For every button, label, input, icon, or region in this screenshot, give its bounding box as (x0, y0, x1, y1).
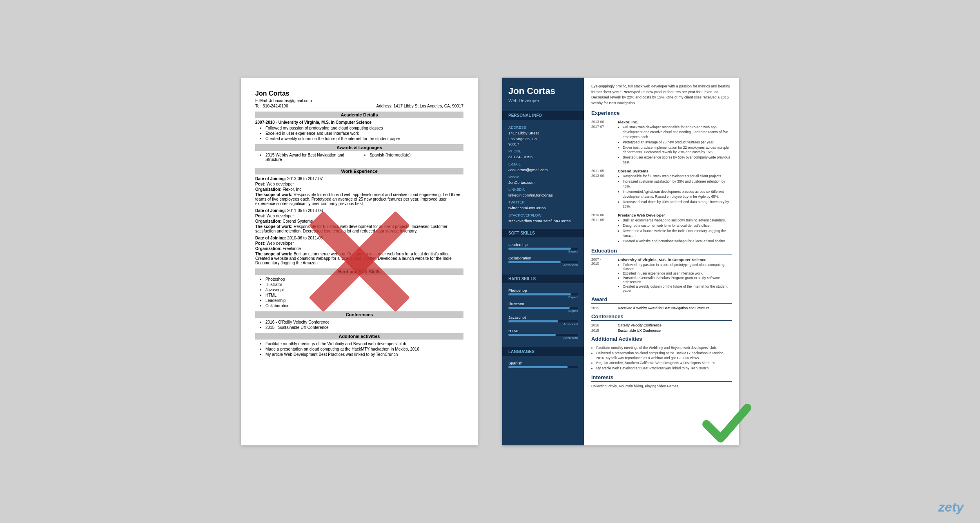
javascript-level: Advanced (508, 322, 578, 326)
awards-header: Awards & Languages (255, 144, 463, 151)
javascript-name: Javascript (508, 315, 578, 320)
job1-date: Date of Joining: 2013-06 to 2017-07 (255, 177, 463, 181)
page-container: Jon Cortas E-Mail: Johncortas@gmail.com … (0, 0, 980, 523)
skill-6: Collaboration (265, 304, 463, 308)
conferences-right-header: Conferences (591, 313, 732, 321)
phone-value: 310-242-0196 (508, 154, 578, 159)
soft-skills-header: Soft Skills (502, 229, 584, 237)
photoshop-name: Photoshop (508, 288, 578, 293)
linkedin-value: linkedin.com/in/JonCortas (508, 192, 578, 198)
activities-list: Facilitate monthly meetings of the Webfi… (255, 342, 463, 357)
edu1-details: University of Virginia, M.S. in Computer… (618, 257, 732, 293)
html-level: Advanced (508, 336, 578, 340)
skill-4: HTML (265, 293, 463, 297)
skill-collaboration-level: Advanced (508, 263, 578, 267)
skills-header: Hard and Soft Skills (255, 268, 463, 275)
exp3-bullets: Built an ecommerce webapp to sell potty … (618, 218, 732, 244)
exp-item-3: 2010-06 -2011-05 Freelance Web Developer… (591, 213, 732, 244)
awards-row: 2015 Webby Award for Best Navigation and… (255, 153, 463, 165)
exp2-bullets: Responsible for full stack web developme… (618, 174, 732, 209)
exp2-b2: Increased customer satisfaction by 35% a… (623, 179, 732, 189)
personal-info-header: Personal Info (502, 111, 584, 120)
edu1-b4: Created a weekly column on the future of… (623, 284, 732, 293)
resume-right: Jon Cortas Web Developer Personal Info A… (502, 78, 739, 445)
act3: Regular attendee, Southern California We… (596, 361, 732, 366)
exp3-b4: Created a website and donations webapp f… (623, 239, 732, 244)
experience-header: Experience (591, 110, 732, 117)
html-name: HTML (508, 329, 578, 333)
hard-skill-photoshop: Photoshop Expert (508, 288, 578, 299)
activities-header: Additonal activities (255, 333, 463, 340)
edu1-dates: 2007 -2010 (591, 257, 618, 293)
skill-collaboration-name: Collaboration (508, 256, 578, 260)
exp3-b3: Developed a launch website for the Indie… (623, 229, 732, 239)
exp1-company: Flexor, Inc. (618, 120, 732, 124)
activity-3: My article Web Development Best Practice… (265, 352, 463, 357)
skills-list: Photoshop Illustrator Javascript HTML Le… (255, 277, 463, 308)
exp2-b1: Responsible for full stack web developme… (623, 174, 732, 179)
award-item2: Spanish (intermediate) (370, 153, 463, 157)
activity-2: Made a presentation on cloud computing a… (265, 347, 463, 351)
stackoverflow-label: StackOverflow (508, 213, 578, 217)
exp3-b2: Designed a customer web form for a local… (623, 224, 732, 228)
exp2-dates: 2011-05 -2013-06 (591, 169, 618, 210)
right-sidebar: Jon Cortas Web Developer Personal Info A… (502, 78, 584, 445)
job2-org: Organization: Corend Systems (255, 219, 463, 224)
exp2-details: Corend Systems Responsible for full stac… (618, 169, 732, 210)
left-tel: Tel: 310-242-0196 (255, 104, 288, 108)
award1-text: Received a Webby Award for Best Navigati… (618, 306, 732, 310)
conf1-name: O'Reilly Velocity Conference (618, 323, 732, 327)
conf1-year: 2016 (591, 323, 618, 327)
academic-bullet-2: Excelled in user experience and user int… (265, 131, 463, 136)
address-label: Address (508, 125, 578, 130)
job1-org: Organization: Flexor, Inc. (255, 187, 463, 192)
hard-skill-illustrator: Illustrator Expert (508, 302, 578, 313)
skill-leadership-name: Leadership (508, 242, 578, 247)
work-header: Work Experience (255, 168, 463, 174)
job3-org: Organization: Freelance (255, 246, 463, 251)
skill-5: Leadership (265, 298, 463, 303)
edu1-bullets: Followed my passion in a core of prototy… (618, 263, 732, 293)
job3-scope: The scope of work: Built an ecommerce we… (255, 252, 463, 265)
conferences-header: Conferences (255, 311, 463, 318)
conf-2: 2015 - Sustainable UX Conference (265, 325, 463, 330)
zety-watermark: zety (938, 500, 964, 515)
edu1-b3: Pursued a Generalist Scholars Program gr… (623, 276, 732, 284)
skill-1: Photoshop (265, 277, 463, 282)
exp1-dates: 2013-06 -2017-07 (591, 120, 618, 165)
illustrator-level: Expert (508, 309, 578, 313)
linkedin-label: LinkedIn (508, 188, 578, 192)
exp1-b4: Boosted user experience scores by 55% ov… (623, 155, 732, 165)
exp2-b3: Implemented Agile/Lean development proce… (623, 190, 732, 199)
academic-bullets: Followed my passion of prototyping and c… (255, 126, 463, 141)
conf-item-1: 2016 O'Reilly Velocity Conference (591, 323, 732, 327)
activities-right-list: Facilitate monthly meetings of the Webfi… (591, 346, 732, 371)
left-name: Jon Cortas (255, 90, 463, 97)
phone-label: Phone (508, 149, 578, 153)
exp3-b1: Built an ecommerce webapp to sell potty … (623, 218, 732, 223)
academic-bullet-1: Followed my passion of prototyping and c… (265, 126, 463, 130)
job1-post: Post: Web developer (255, 182, 463, 186)
interests-text: Collecting Vinyls, Mountain biking, Play… (591, 384, 732, 388)
skill-2: Illustrator (265, 282, 463, 287)
award-item-1: 2015 Received a Webby Award for Best Nav… (591, 306, 732, 310)
exp1-b2: Prototyped an average of 25 new product … (623, 140, 732, 145)
education-header: Education (591, 248, 732, 255)
exp-item-2: 2011-05 -2013-06 Corend Systems Responsi… (591, 169, 732, 210)
personal-info-content: Address 1417 Libby StreetLos Angeles, CA… (502, 120, 584, 227)
conferences-list: 2016 - O'Reilly Velocity Conference 2015… (255, 320, 463, 330)
hard-skill-javascript: Javascript Advanced (508, 315, 578, 326)
edu1-b1: Followed my passion in a core of prototy… (623, 263, 732, 271)
hard-skills-content: Photoshop Expert Illustrator Expert Java… (502, 283, 584, 345)
twitter-label: Twitter (508, 200, 578, 204)
activities-right-header: Additional Activities (591, 336, 732, 343)
left-contact-row: Tel: 310-242-0196 Address: 1417 Libby St… (255, 104, 463, 108)
exp1-bullets: Full stack web developer responsible for… (618, 125, 732, 165)
conf-item-2: 2015 Sustainable UX Conference (591, 329, 732, 333)
act2: Delivered a presentation on cloud comput… (596, 351, 732, 361)
soft-skills-content: Leadership Expert Collaboration Advanced (502, 237, 584, 273)
job1-scope: The scope of work: Responsible for end-t… (255, 192, 463, 206)
email-value: JonCortas@gmail.com (508, 167, 578, 172)
job2-date: Date of Joining: 2011-05 to 2013-06 (255, 208, 463, 213)
email-label: E-mail (508, 162, 578, 166)
